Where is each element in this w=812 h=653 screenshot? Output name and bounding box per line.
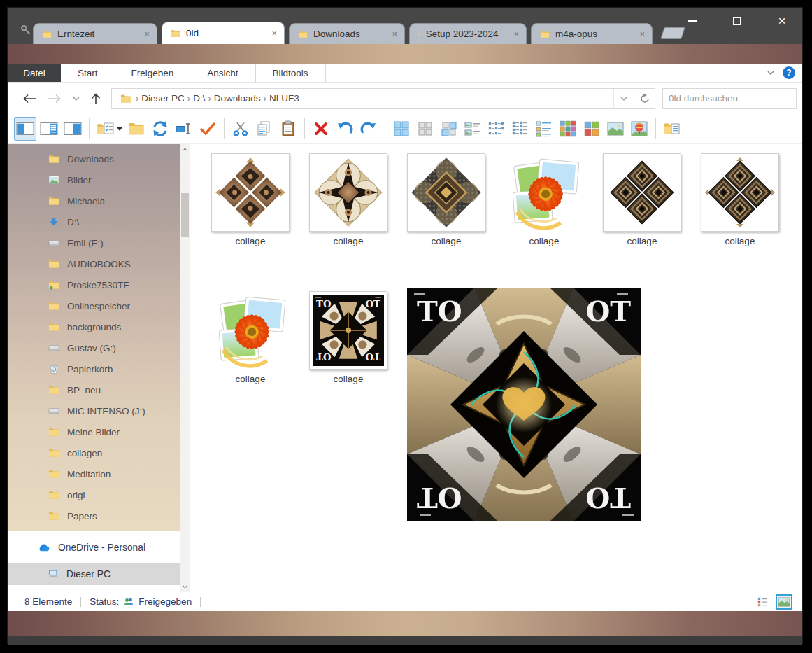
- sidebar-item-dieser-pc[interactable]: Dieser PC: [8, 563, 180, 585]
- wrench-icon[interactable]: [19, 23, 33, 37]
- breadcrumb-dieser-pc[interactable]: Dieser PC: [138, 93, 187, 104]
- file-item[interactable]: collage: [603, 153, 681, 246]
- sidebar-item-backgrounds[interactable]: backgrounds: [8, 316, 180, 337]
- sidebar-item-gustav[interactable]: Gustav (G:): [8, 337, 180, 358]
- breadcrumb-d-drive[interactable]: D:\: [190, 93, 208, 104]
- refresh-button[interactable]: [634, 88, 655, 109]
- scroll-up-icon[interactable]: [180, 144, 190, 155]
- tab-close-icon[interactable]: ×: [134, 29, 150, 39]
- preview-pane-button[interactable]: [38, 117, 60, 141]
- folder-options-button[interactable]: [94, 117, 124, 141]
- close-button[interactable]: ×: [767, 12, 797, 30]
- forward-button[interactable]: [47, 93, 62, 104]
- sync-button[interactable]: [149, 117, 171, 141]
- file-item[interactable]: collage: [309, 153, 387, 246]
- search-box[interactable]: [662, 88, 797, 109]
- search-input[interactable]: [669, 93, 792, 104]
- view-small-icons-button[interactable]: [414, 117, 436, 141]
- view-picture-button[interactable]: [604, 117, 627, 141]
- sidebar-item-meditation[interactable]: Meditation: [8, 463, 180, 484]
- view-thumbnails-medium-button[interactable]: [580, 117, 603, 141]
- menu-bildtools[interactable]: Bildtools: [256, 64, 325, 82]
- file-item[interactable]: collage: [505, 153, 583, 246]
- view-content-button[interactable]: [533, 117, 555, 141]
- menu-ansicht[interactable]: Ansicht: [190, 64, 255, 82]
- minimize-button[interactable]: [678, 12, 707, 30]
- tab-downloads[interactable]: Downloads ×: [289, 23, 405, 44]
- details-view-toggle[interactable]: [755, 594, 771, 610]
- sidebar-item-collagen[interactable]: collagen: [8, 442, 180, 463]
- sidebar-item-audiobooks[interactable]: AUDIOBOOKS: [8, 253, 180, 274]
- nav-pane-toggle-button[interactable]: [14, 117, 36, 141]
- thumbnail-view-toggle[interactable]: [776, 594, 792, 610]
- sidebar-item-origi[interactable]: origi: [8, 484, 180, 505]
- delete-button[interactable]: [310, 117, 332, 141]
- tab-erntezeit[interactable]: Erntezeit ×: [33, 23, 157, 44]
- copy-button[interactable]: [253, 117, 276, 141]
- menu-start[interactable]: Start: [61, 64, 115, 82]
- view-tiles-button[interactable]: [462, 117, 484, 141]
- tab-close-icon[interactable]: ×: [504, 29, 519, 39]
- tab-0ld[interactable]: 0ld ×: [162, 22, 285, 44]
- back-button[interactable]: [22, 93, 37, 104]
- tab-strip: Erntezeit × 0ld × Downloads × Setup 2023…: [33, 22, 683, 44]
- file-item[interactable]: collage: [309, 291, 387, 384]
- rename-button[interactable]: [173, 117, 195, 141]
- up-button[interactable]: [90, 92, 101, 105]
- sidebar-item-meine-bilder[interactable]: Meine Bilder: [8, 421, 180, 442]
- copy-path-button[interactable]: [661, 117, 683, 141]
- tab-close-icon[interactable]: ×: [262, 28, 277, 38]
- sidebar-scrollbar[interactable]: [180, 144, 190, 592]
- view-picture-xl-button[interactable]: [628, 117, 650, 141]
- sidebar-item-mic-intenso[interactable]: MIC INTENSO (J:): [8, 400, 180, 421]
- paste-button[interactable]: [277, 117, 299, 141]
- view-list-button[interactable]: [485, 117, 508, 141]
- breadcrumb-downloads[interactable]: Downloads: [211, 93, 264, 104]
- view-medium-icons-button[interactable]: [438, 117, 460, 141]
- tab-close-icon[interactable]: ×: [629, 29, 645, 39]
- new-folder-button[interactable]: [125, 117, 148, 141]
- maximize-button[interactable]: [722, 12, 752, 30]
- sidebar-item-michaela[interactable]: Michaela: [8, 190, 180, 211]
- menu-freigeben[interactable]: Freigeben: [115, 64, 191, 82]
- address-dropdown-chevron[interactable]: [613, 89, 634, 108]
- chevron-down-icon[interactable]: [766, 68, 776, 78]
- sidebar-item-bp-neu[interactable]: BP_neu: [8, 379, 180, 400]
- preview-image[interactable]: [407, 288, 641, 521]
- toolbar-separator: [385, 118, 385, 139]
- undo-button[interactable]: [334, 117, 356, 141]
- sidebar-item-d-drive[interactable]: D:\: [8, 211, 180, 232]
- sidebar-item-emil[interactable]: Emil (E:): [8, 232, 180, 253]
- redo-button[interactable]: [357, 117, 380, 141]
- tab-m4a-opus[interactable]: m4a-opus ×: [531, 23, 653, 44]
- tab-setup-2023-2024[interactable]: Setup 2023-2024 ×: [409, 23, 527, 44]
- file-item[interactable]: collage: [211, 291, 290, 384]
- cut-button[interactable]: [229, 117, 252, 141]
- address-box[interactable]: › Dieser PC › D:\ › Downloads › NLUF3: [111, 88, 634, 109]
- menu-datei[interactable]: Datei: [8, 64, 61, 82]
- tab-close-icon[interactable]: ×: [382, 29, 397, 39]
- list-view-icon: [487, 120, 506, 138]
- scroll-down-icon[interactable]: [180, 581, 190, 592]
- sidebar-item-downloads[interactable]: Downloads: [8, 148, 180, 169]
- file-item[interactable]: collage: [211, 153, 290, 246]
- recent-locations-chevron[interactable]: [72, 95, 80, 102]
- scrollbar-thumb[interactable]: [181, 193, 189, 237]
- select-items-button[interactable]: [197, 117, 219, 141]
- sidebar-item-papierkorb[interactable]: Papierkorb: [8, 358, 180, 379]
- help-icon[interactable]: ?: [783, 66, 795, 79]
- view-extra-large-icons-button[interactable]: [390, 117, 413, 141]
- toolbar-separator: [89, 118, 90, 139]
- view-details-button[interactable]: [509, 117, 532, 141]
- sidebar-item-onedrive[interactable]: OneDrive - Personal: [8, 536, 180, 559]
- sidebar-item-proske7530tf[interactable]: Proske7530TF: [8, 274, 180, 295]
- sidebar-item-onlinespeicher[interactable]: Onlinespeicher: [8, 295, 180, 316]
- details-pane-button[interactable]: [62, 117, 84, 141]
- folder-options-icon: [97, 120, 115, 138]
- sidebar-item-bilder[interactable]: Bilder: [8, 169, 180, 190]
- breadcrumb-nluf3[interactable]: NLUF3: [266, 93, 302, 104]
- file-item[interactable]: collage: [701, 153, 779, 246]
- file-item[interactable]: collage: [407, 153, 485, 246]
- view-thumbnails-large-button[interactable]: [557, 117, 579, 141]
- sidebar-item-papers[interactable]: Papers: [8, 505, 180, 526]
